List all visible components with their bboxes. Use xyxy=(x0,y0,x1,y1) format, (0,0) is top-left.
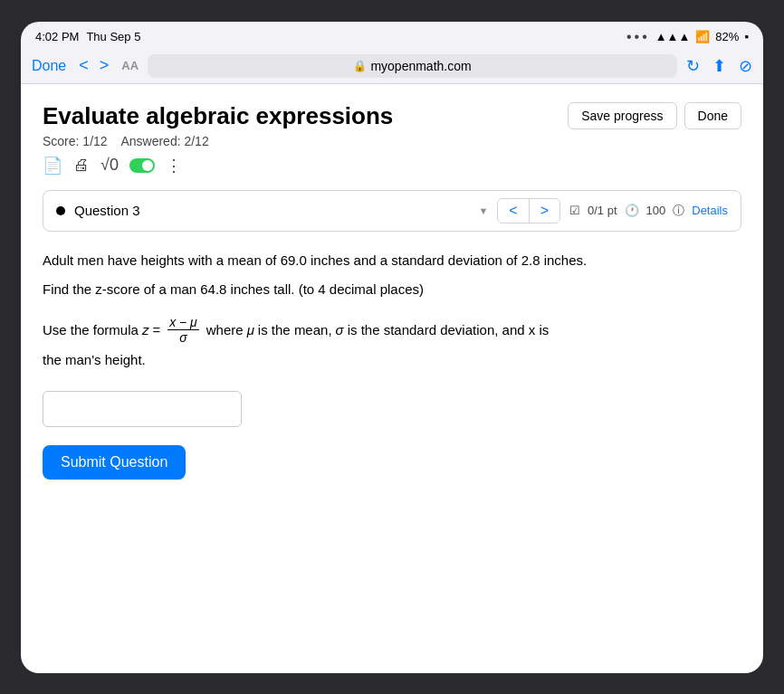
formula-prefix: Use the formula xyxy=(43,322,139,337)
formula-fraction: x − μ σ xyxy=(167,315,199,345)
info-icon: ⓘ xyxy=(673,203,684,219)
sqrt-icon[interactable]: √0 xyxy=(100,156,119,175)
formula-z: z xyxy=(142,322,149,337)
attempts-count: 100 xyxy=(646,204,666,217)
question-text2: Find the z-score of a man 64.8 inches ta… xyxy=(43,279,741,300)
formula-line: Use the formula z = x − μ σ where μ is t… xyxy=(43,315,741,345)
question-chevron-icon[interactable]: ▼ xyxy=(478,205,488,216)
question-score-area: ☑ 0/1 pt 🕐 100 ⓘ Details xyxy=(569,203,728,219)
answered-text: Answered: 2/12 xyxy=(120,134,208,148)
battery-icon: ▪ xyxy=(744,30,749,43)
more-options-icon[interactable]: ⋮ xyxy=(166,156,182,176)
wifi-icon: 📶 xyxy=(695,30,710,43)
prev-question-button[interactable]: < xyxy=(498,199,529,223)
content-area: Evaluate algebraic expressions Save prog… xyxy=(21,84,763,673)
submit-question-button[interactable]: Submit Question xyxy=(43,445,186,480)
checkbox-icon: ☑ xyxy=(569,204,580,217)
question-text1: Adult men have heights with a mean of 69… xyxy=(43,250,741,271)
clock-icon: 🕐 xyxy=(625,204,639,217)
tabs-icon[interactable]: ⊘ xyxy=(739,56,752,76)
details-link[interactable]: Details xyxy=(692,204,728,217)
signal-icon: ▲▲▲ xyxy=(655,30,691,43)
formula-desc1: is the mean, xyxy=(258,322,332,337)
refresh-icon[interactable]: ↻ xyxy=(686,56,700,76)
formula-mu: μ xyxy=(247,322,254,337)
date: Thu Sep 5 xyxy=(86,30,140,43)
browser-actions: ↻ ⬆ ⊘ xyxy=(686,56,752,76)
score-line: Score: 1/12 Answered: 2/12 xyxy=(43,134,741,148)
formula-desc3: the man's height. xyxy=(43,352,146,367)
question-body: Adult men have heights with a mean of 69… xyxy=(43,250,741,300)
browser-back-button[interactable]: < xyxy=(75,56,92,75)
fraction-denominator: σ xyxy=(177,330,188,345)
page-header: Evaluate algebraic expressions Save prog… xyxy=(43,102,741,130)
header-buttons: Save progress Done xyxy=(568,102,741,129)
toolbar-icons: 📄 🖨 √0 ⋮ xyxy=(43,156,741,176)
print-icon[interactable]: 🖨 xyxy=(73,156,90,175)
question-score: 0/1 pt xyxy=(588,204,617,217)
formula-continuation: the man's height. xyxy=(43,352,741,367)
formula-equals: = xyxy=(152,322,160,337)
formula-where: where xyxy=(206,322,244,337)
browser-nav: < > xyxy=(75,56,112,75)
address-bar[interactable]: 🔒 myopenmath.com xyxy=(148,54,677,78)
answer-input[interactable] xyxy=(43,391,242,427)
browser-bar: Done < > AA 🔒 myopenmath.com ↻ ⬆ ⊘ xyxy=(21,49,763,84)
done-button[interactable]: Done xyxy=(684,102,741,129)
share-icon[interactable]: ⬆ xyxy=(712,56,726,76)
doc-icon[interactable]: 📄 xyxy=(43,156,62,176)
formula-sigma: σ xyxy=(336,322,344,337)
browser-forward-button[interactable]: > xyxy=(96,56,113,75)
browser-done-button[interactable]: Done xyxy=(32,58,66,74)
time: 4:02 PM xyxy=(35,30,79,43)
mic-toggle[interactable] xyxy=(129,158,155,173)
question-status-dot xyxy=(56,206,65,215)
fraction-numerator: x − μ xyxy=(167,315,199,330)
question-nav-row: Question 3 ▼ < > ☑ 0/1 pt 🕐 100 ⓘ Detail… xyxy=(43,190,741,232)
battery-text: 82% xyxy=(715,30,739,43)
formula-desc2: is the standard deviation, and x is xyxy=(348,322,550,337)
save-progress-button[interactable]: Save progress xyxy=(568,102,676,129)
url-text: myopenmath.com xyxy=(370,59,471,73)
status-bar: 4:02 PM Thu Sep 5 ••• ▲▲▲ 📶 82% ▪ xyxy=(21,22,763,49)
page-title: Evaluate algebraic expressions xyxy=(43,102,393,130)
browser-aa: AA xyxy=(121,59,139,72)
question-nav-arrows: < > xyxy=(497,198,560,223)
score-text: Score: 1/12 xyxy=(43,134,108,148)
status-dots: ••• xyxy=(626,29,650,45)
question-label: Question 3 xyxy=(74,203,469,218)
next-question-button[interactable]: > xyxy=(530,199,559,223)
lock-icon: 🔒 xyxy=(353,60,367,72)
